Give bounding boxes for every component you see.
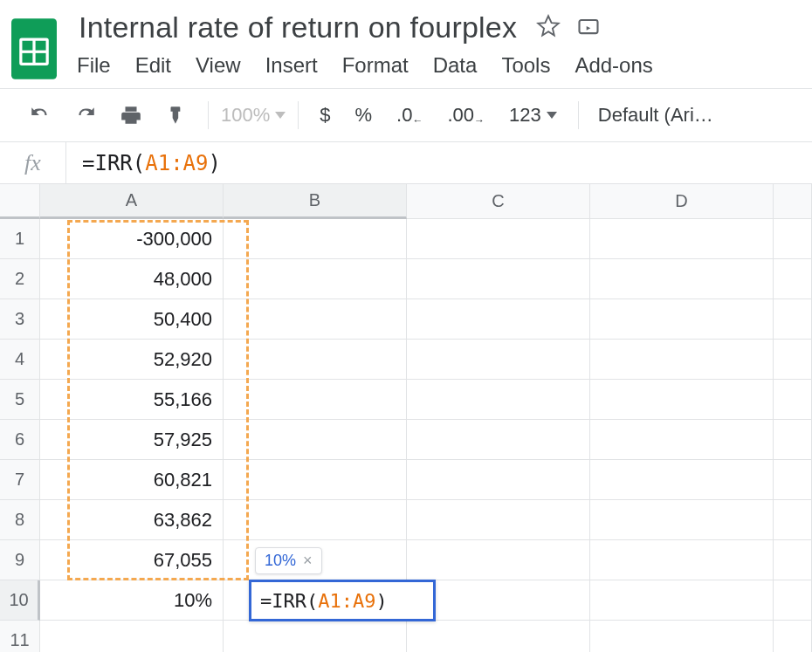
formula-input[interactable]: =IRR(A1:A9) <box>66 151 221 175</box>
star-icon[interactable] <box>536 14 561 42</box>
cell[interactable] <box>407 500 590 540</box>
cell[interactable] <box>590 621 774 652</box>
cell[interactable] <box>774 500 812 540</box>
cell[interactable]: 60,821 <box>40 460 224 500</box>
redo-button[interactable] <box>66 98 105 133</box>
menu-file[interactable]: File <box>77 53 111 78</box>
column-header-a[interactable]: A <box>40 184 224 219</box>
cell[interactable] <box>407 460 590 500</box>
app-header: Internal rate of return on fourplex File… <box>0 0 812 88</box>
cell[interactable] <box>774 259 812 299</box>
cell[interactable] <box>590 580 774 621</box>
cell[interactable]: 67,055 <box>40 540 224 580</box>
increase-decimal-button[interactable]: .00→ <box>438 98 493 133</box>
paint-format-button[interactable] <box>157 98 196 133</box>
close-icon[interactable]: × <box>303 552 313 570</box>
cell[interactable] <box>590 219 774 259</box>
menu-addons[interactable]: Add-ons <box>575 53 652 78</box>
cell[interactable] <box>774 580 812 621</box>
cell[interactable] <box>774 299 812 340</box>
cell[interactable] <box>407 299 590 340</box>
row-header[interactable]: 8 <box>0 500 40 540</box>
select-all-corner[interactable] <box>0 184 40 219</box>
menu-insert[interactable]: Insert <box>265 53 318 78</box>
undo-button[interactable] <box>21 98 59 133</box>
row-header[interactable]: 7 <box>0 460 40 500</box>
cell[interactable] <box>774 380 812 420</box>
cell[interactable] <box>774 540 812 580</box>
preview-value: 10% <box>265 552 296 570</box>
cell[interactable] <box>590 540 774 580</box>
row-header[interactable]: 1 <box>0 219 40 259</box>
zoom-dropdown[interactable]: 100% <box>221 104 286 127</box>
cell[interactable] <box>407 420 590 460</box>
cell[interactable] <box>224 299 407 340</box>
cell[interactable] <box>224 621 407 652</box>
cell[interactable]: 48,000 <box>40 259 224 299</box>
cell[interactable] <box>224 219 407 259</box>
cell[interactable] <box>407 219 590 259</box>
menu-tools[interactable]: Tools <box>501 53 550 78</box>
cell[interactable] <box>774 340 812 380</box>
cell[interactable] <box>590 299 774 340</box>
cell[interactable] <box>407 380 590 420</box>
cell[interactable] <box>407 540 590 580</box>
cell[interactable]: -300,000 <box>40 219 224 259</box>
row-header[interactable]: 3 <box>0 299 40 340</box>
menu-data[interactable]: Data <box>433 53 478 78</box>
menu-view[interactable]: View <box>196 53 241 78</box>
cell[interactable] <box>407 621 590 652</box>
cell[interactable] <box>590 420 774 460</box>
format-percent-button[interactable]: % <box>347 98 382 133</box>
cell[interactable]: 57,925 <box>40 420 224 460</box>
cell[interactable] <box>224 420 407 460</box>
cell[interactable] <box>774 420 812 460</box>
cell[interactable] <box>774 621 812 652</box>
row-header[interactable]: 6 <box>0 420 40 460</box>
menu-bar: File Edit View Insert Format Data Tools … <box>75 46 653 88</box>
cell[interactable] <box>590 259 774 299</box>
column-header-c[interactable]: C <box>407 184 590 219</box>
cell[interactable]: 50,400 <box>40 299 224 340</box>
cell[interactable] <box>407 259 590 299</box>
cell[interactable]: 10% <box>40 580 224 621</box>
column-header-d[interactable]: D <box>590 184 774 219</box>
cell[interactable] <box>590 340 774 380</box>
row-header[interactable]: 11 <box>0 621 40 652</box>
format-currency-button[interactable]: $ <box>311 98 339 133</box>
decrease-decimal-button[interactable]: .0← <box>388 98 431 133</box>
cell[interactable] <box>774 219 812 259</box>
font-family-dropdown[interactable]: Default (Ari… <box>591 104 720 127</box>
more-formats-dropdown[interactable]: 123 <box>500 98 566 133</box>
cell[interactable] <box>224 340 407 380</box>
column-header-more <box>774 184 812 219</box>
active-cell-editor[interactable]: =IRR(A1:A9) <box>249 580 436 621</box>
cell[interactable] <box>224 259 407 299</box>
row-header[interactable]: 2 <box>0 259 40 299</box>
cell[interactable] <box>224 380 407 420</box>
cell[interactable] <box>224 500 407 540</box>
fx-label: fx <box>0 142 66 183</box>
row-header[interactable]: 4 <box>0 340 40 380</box>
print-button[interactable] <box>112 98 150 133</box>
cell[interactable]: 63,862 <box>40 500 224 540</box>
cell[interactable] <box>590 460 774 500</box>
menu-edit[interactable]: Edit <box>135 53 171 78</box>
cell[interactable] <box>590 500 774 540</box>
row-header[interactable]: 10 <box>0 580 40 621</box>
caret-down-icon <box>275 112 286 119</box>
cell[interactable]: 55,166 <box>40 380 224 420</box>
row-header[interactable]: 5 <box>0 380 40 420</box>
cell[interactable]: 52,920 <box>40 340 224 380</box>
column-header-b[interactable]: B <box>224 184 407 219</box>
row-header[interactable]: 9 <box>0 540 40 580</box>
cell[interactable] <box>590 380 774 420</box>
move-to-folder-icon[interactable] <box>576 14 601 42</box>
cell[interactable] <box>40 621 224 652</box>
menu-format[interactable]: Format <box>342 53 409 78</box>
document-title[interactable]: Internal rate of return on fourplex <box>75 9 520 46</box>
cell[interactable] <box>407 340 590 380</box>
formula-bar: fx =IRR(A1:A9) <box>0 142 812 184</box>
cell[interactable] <box>224 460 407 500</box>
cell[interactable] <box>774 460 812 500</box>
